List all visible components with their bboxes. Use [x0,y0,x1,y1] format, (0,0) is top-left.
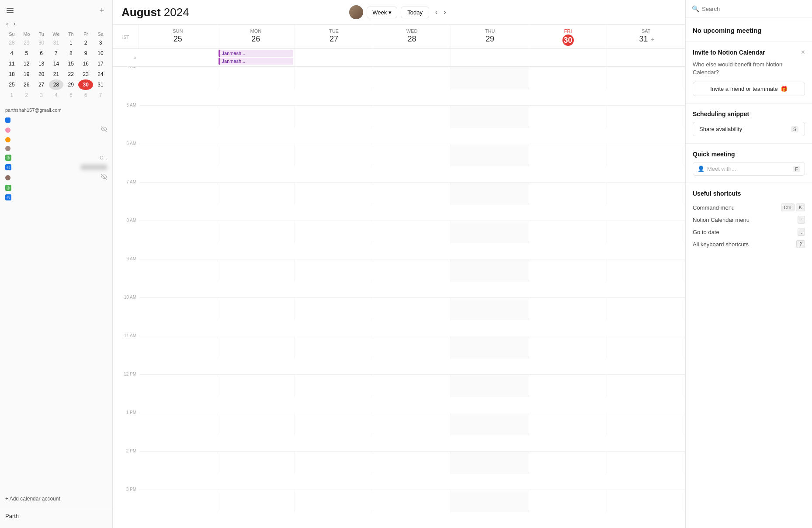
time-cell-day6-hour5[interactable] [607,259,685,282]
time-cell-day2-hour5[interactable] [295,259,373,282]
time-cell-day2-hour10[interactable] [295,451,373,474]
today-button[interactable]: Today [401,7,429,18]
time-cell-day4-hour8[interactable] [451,374,529,397]
all-day-tue[interactable] [295,49,373,66]
time-cell-day1-hour1[interactable] [217,105,295,128]
add-sat-event[interactable]: + [651,36,654,43]
mini-cal-day[interactable]: 2 [19,90,34,100]
mini-cal-day[interactable]: 11 [4,59,19,69]
time-cell-day1-hour11[interactable] [217,490,295,512]
time-cell-day6-hour1[interactable] [607,105,685,128]
mini-cal-day[interactable]: 9 [78,48,93,59]
mini-cal-day[interactable]: 18 [4,69,19,79]
mini-cal-day[interactable]: 26 [19,79,34,90]
time-cell-day2-hour11[interactable] [295,490,373,512]
all-day-sat[interactable] [607,49,685,66]
time-cell-day5-hour3[interactable] [529,182,607,205]
mini-cal-day[interactable]: 28 [49,79,64,90]
time-cell-day0-hour6[interactable] [139,297,217,320]
mini-cal-day[interactable]: 5 [63,90,78,100]
time-cell-day0-hour0[interactable] [139,67,217,90]
mini-cal-day[interactable]: 31 [49,38,64,48]
time-cell-day6-hour6[interactable] [607,297,685,320]
time-cell-day1-hour3[interactable] [217,182,295,205]
search-input[interactable] [702,6,806,12]
avatar[interactable] [349,5,363,19]
mini-cal-day[interactable]: 23 [78,69,93,79]
day-header-mon[interactable]: Mon 26 [217,25,295,48]
mini-cal-day[interactable]: 5 [19,48,34,59]
time-cell-day6-hour9[interactable] [607,413,685,435]
mini-cal-day[interactable]: 7 [93,90,108,100]
time-cell-day4-hour0[interactable] [451,67,529,90]
time-cell-day2-hour2[interactable] [295,144,373,166]
time-cell-day3-hour8[interactable] [373,374,451,397]
time-cell-day5-hour1[interactable] [529,105,607,128]
mini-cal-day[interactable]: 17 [93,59,108,69]
share-availability-button[interactable]: Share availability S [693,122,805,136]
mini-cal-day[interactable]: 28 [4,38,19,48]
time-cell-day3-hour4[interactable] [373,221,451,243]
time-cell-day6-hour0[interactable] [607,67,685,90]
time-cell-day6-hour7[interactable] [607,336,685,359]
time-cell-day6-hour4[interactable] [607,221,685,243]
time-cell-day0-hour1[interactable] [139,105,217,128]
time-cell-day2-hour3[interactable] [295,182,373,205]
mini-cal-day[interactable]: 31 [93,79,108,90]
mini-cal-day[interactable]: 30 [78,79,93,90]
all-day-thu[interactable] [451,49,529,66]
time-cell-day4-hour10[interactable] [451,451,529,474]
time-cell-day1-hour5[interactable] [217,259,295,282]
janmashtami-event-2[interactable]: Janmash... [219,58,294,65]
time-cell-day2-hour1[interactable] [295,105,373,128]
time-cell-day5-hour7[interactable] [529,336,607,359]
mini-cal-day[interactable]: 2 [78,38,93,48]
mini-cal-day[interactable]: 14 [49,59,64,69]
invite-friend-button[interactable]: Invite a friend or teammate 🎁 [693,82,805,96]
time-cell-day5-hour8[interactable] [529,374,607,397]
time-cell-day4-hour1[interactable] [451,105,529,128]
time-cell-day4-hour2[interactable] [451,144,529,166]
time-cell-day5-hour5[interactable] [529,259,607,282]
mini-cal-day[interactable]: 4 [49,90,64,100]
mini-cal-day[interactable]: 15 [63,59,78,69]
all-day-wed[interactable] [373,49,451,66]
mini-cal-day[interactable]: 29 [63,79,78,90]
time-cell-day3-hour1[interactable] [373,105,451,128]
time-cell-day1-hour0[interactable] [217,67,295,90]
time-cell-day0-hour7[interactable] [139,336,217,359]
time-cell-day6-hour11[interactable] [607,490,685,512]
time-cell-day1-hour4[interactable] [217,221,295,243]
time-cell-day0-hour3[interactable] [139,182,217,205]
all-day-fri[interactable] [529,49,607,66]
calendar-hide-icon[interactable] [101,174,107,181]
day-header-fri[interactable]: Fri 30 [529,25,607,48]
janmashtami-event-1[interactable]: Janmash... [219,50,294,57]
time-cell-day0-hour9[interactable] [139,413,217,435]
all-day-mon[interactable]: Janmash... Janmash... [217,49,295,66]
mini-cal-day[interactable]: 10 [93,48,108,59]
time-cell-day6-hour10[interactable] [607,451,685,474]
time-cell-day2-hour6[interactable] [295,297,373,320]
mini-cal-day[interactable]: 16 [78,59,93,69]
mini-cal-day[interactable]: 6 [34,48,49,59]
add-event-button[interactable]: + [97,5,107,16]
day-header-sun[interactable]: Sun 25 [139,25,217,48]
time-cell-day2-hour9[interactable] [295,413,373,435]
time-cell-day3-hour11[interactable] [373,490,451,512]
time-cell-day0-hour10[interactable] [139,451,217,474]
time-cell-day5-hour11[interactable] [529,490,607,512]
time-cell-day5-hour0[interactable] [529,67,607,90]
time-cell-day6-hour3[interactable] [607,182,685,205]
time-cell-day1-hour2[interactable] [217,144,295,166]
day-header-sat[interactable]: Sat 31 + [607,25,685,48]
time-cell-day4-hour9[interactable] [451,413,529,435]
time-cell-day1-hour9[interactable] [217,413,295,435]
mini-cal-day[interactable]: 3 [34,90,49,100]
mini-cal-day[interactable]: 30 [34,38,49,48]
add-calendar-account[interactable]: + Add calendar account [0,490,112,507]
invite-close-button[interactable]: × [801,48,805,56]
time-cell-day3-hour10[interactable] [373,451,451,474]
time-cell-day3-hour7[interactable] [373,336,451,359]
day-header-tue[interactable]: Tue 27 [295,25,373,48]
